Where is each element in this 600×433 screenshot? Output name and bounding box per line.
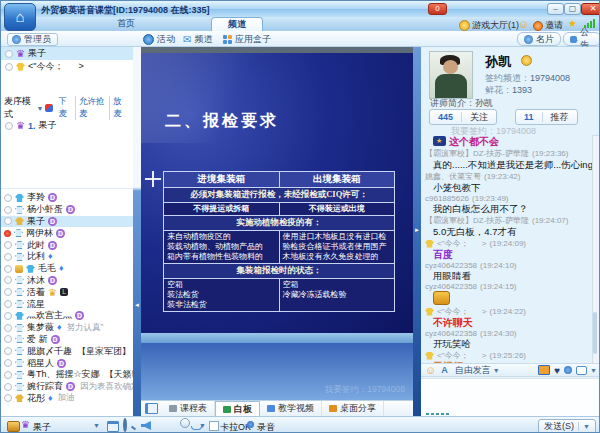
dice-icon[interactable] [45, 104, 53, 112]
activity-button[interactable]: 活动 [143, 33, 175, 46]
channel-owner-row[interactable]: ♛ 果子 [1, 47, 133, 60]
tab-icon [169, 405, 177, 412]
radio-icon [4, 194, 12, 202]
chevron-down-icon[interactable]: ▼ [199, 422, 206, 429]
channel-button[interactable]: ✉ 频道 [183, 33, 212, 46]
list-item[interactable]: 稻星人D [1, 357, 133, 369]
board-tab-item[interactable]: 教学视频 [260, 401, 322, 416]
help-icon[interactable] [564, 366, 572, 374]
radio-icon [4, 324, 12, 332]
maximize-button[interactable]: ▢ [564, 3, 581, 15]
list-item[interactable]: 李羚D [1, 192, 133, 204]
chevron-down-icon[interactable]: ▼ [37, 105, 44, 112]
list-item[interactable]: 比利♦ [1, 251, 133, 263]
collapse-panel-icon[interactable] [145, 403, 158, 414]
vip-user-row[interactable]: <"今今； > [1, 60, 133, 73]
list-item[interactable]: 花彤♦加油 [1, 393, 133, 405]
tab-channel[interactable]: 频道 [211, 17, 263, 31]
shirt-icon [15, 206, 24, 214]
board-tab-item[interactable]: 桌面分享 [322, 401, 384, 416]
mic-mode-label[interactable]: 麦序模式 [4, 95, 35, 121]
list-item[interactable]: 粤Th、摇摆☆安娜【天籁歌手】 [1, 369, 133, 381]
karaoke-checkbox[interactable] [209, 421, 219, 431]
admin-button[interactable]: 管理员 [7, 33, 58, 46]
slider-thumb[interactable] [180, 418, 190, 428]
chevron-down-icon[interactable]: ▼ [93, 422, 100, 429]
list-item[interactable]: 杨小虾蛋D [1, 204, 133, 216]
record-label[interactable]: 录音 [257, 421, 275, 433]
mic-link[interactable]: 允许抢麦 [75, 96, 109, 120]
message-text-content: 开玩笑哈 [433, 338, 471, 349]
emotion-icon[interactable]: ☺ [518, 19, 529, 29]
follow-button[interactable]: 445 关注 [429, 109, 497, 125]
list-item[interactable]: 婉行踪育D因为表喜欢确定无疑 [1, 381, 133, 393]
record-icon[interactable] [247, 421, 254, 428]
list-item[interactable]: 臆旗〆千趣【皇家军团】♦ [1, 345, 133, 357]
mic-queue-row[interactable]: ♛ 1. 果子 [1, 119, 133, 132]
video-icon[interactable] [538, 365, 550, 375]
tab-home[interactable]: 首页 [101, 17, 151, 30]
user-signature: 加油 [58, 393, 75, 405]
whiteboard-area: 二、报检要求 进境集装箱出境集装箱必须对集装箱进行报检，未经报检或CIQ许可：不… [141, 47, 413, 416]
chat-scrollbar[interactable] [592, 135, 600, 365]
search-icon[interactable] [123, 418, 127, 432]
list-item[interactable]: 此时D [1, 239, 133, 251]
emoji-picker-icon[interactable]: ☺ [425, 365, 436, 375]
message-author: 【霸滚軍校】DZ-扶苏-萨華隆(19:23:36) [425, 148, 595, 159]
list-item[interactable]: 集梦薇♦努力认真” [1, 322, 133, 334]
send-button[interactable]: 发送(S) ▼ [538, 419, 596, 433]
favorite-star-icon[interactable]: ★ [568, 19, 577, 29]
notice-button[interactable]: 公告 [563, 32, 600, 46]
chevron-down-icon[interactable]: ▼ [583, 423, 590, 430]
speak-mode-dropdown[interactable]: 自由发言 ▼ [455, 364, 500, 377]
speaker-icon[interactable] [141, 421, 151, 430]
list-item[interactable]: 灬欢宫主灬D [1, 310, 133, 322]
board-tab-item[interactable]: 课程表 [162, 401, 215, 416]
right-splitter[interactable]: ► [413, 47, 421, 416]
mic-link[interactable]: 放麦 [109, 96, 130, 120]
list-item[interactable]: 毛毛♦ [1, 263, 133, 275]
font-style-icon[interactable]: A [441, 365, 448, 375]
radio-icon [5, 63, 13, 71]
name-card-button[interactable]: 名片 [517, 32, 561, 46]
message-text: 用眼睛看 [425, 270, 595, 281]
list-item[interactable]: 爱 新D [1, 334, 133, 346]
slide-table-header: 出境集装箱 [279, 172, 395, 188]
message-text-content: 不许聊天 [433, 317, 473, 328]
collapse-left-icon[interactable]: ◄ [134, 302, 140, 308]
home-icon[interactable]: ⌂ [4, 3, 36, 31]
current-user-name[interactable]: 果子 [33, 421, 51, 433]
message-text-content: 小笼包教下 [433, 182, 481, 193]
queue-index: 1. [28, 121, 36, 131]
board-tab-active[interactable]: 白板 [215, 401, 260, 417]
message-author: cyz406422358(19:24:30) [425, 329, 595, 338]
message-input[interactable] [421, 378, 600, 416]
new-window-icon[interactable] [107, 421, 119, 432]
list-item[interactable]: 流星 [1, 298, 133, 310]
slide-table-row: 不得提运或拆箱不得装运或出境 [164, 203, 395, 216]
tab-icon [267, 405, 275, 412]
slide-cell: 来自动植物疫区的 装载动植物、动植物产品的 箱内带有植物性包装物料的 [164, 231, 280, 264]
resize-grip[interactable] [426, 413, 449, 415]
appbox-button[interactable]: 应用盒子 [223, 33, 271, 46]
mic-link[interactable]: 下麦 [55, 96, 75, 120]
minimize-button[interactable]: – [547, 3, 564, 15]
list-item[interactable]: 活着♛L [1, 286, 133, 298]
recommend-button[interactable]: 11 推荐 [515, 109, 578, 125]
d-badge-icon: D [56, 229, 65, 238]
radio-icon [4, 371, 12, 379]
list-item[interactable]: 果子D [1, 216, 133, 228]
scrollbar-thumb[interactable] [593, 312, 597, 354]
sidebar-splitter[interactable]: ◄ [133, 47, 141, 416]
close-button[interactable]: ✕ [581, 3, 600, 15]
treasure-chest-icon[interactable] [7, 421, 20, 432]
slide-table: 进境集装箱出境集装箱必须对集装箱进行报检，未经报检或CIQ许可：不得提运或拆箱不… [163, 171, 395, 312]
list-item[interactable]: 沐沐D [1, 275, 133, 287]
collapse-right-icon[interactable]: ► [414, 227, 420, 233]
shirt-icon [15, 312, 24, 320]
message-counter-badge[interactable]: 0 [428, 3, 447, 15]
chat-window-dropdown[interactable]: ▼ [576, 366, 597, 375]
chevron-down-icon: ▼ [590, 367, 597, 374]
list-item[interactable]: 网伊林D [1, 227, 133, 239]
heart-icon[interactable]: ♥ [554, 366, 560, 375]
